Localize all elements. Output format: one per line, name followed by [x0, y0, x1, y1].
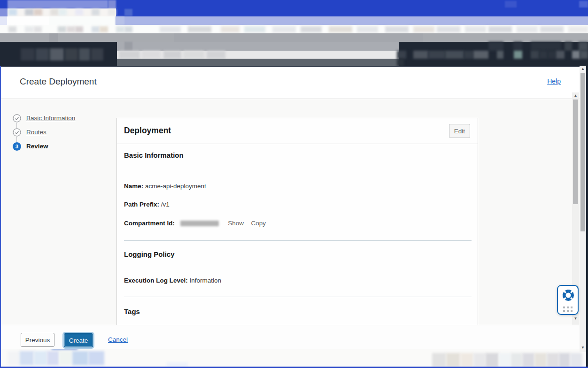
lifebuoy-icon [561, 288, 575, 302]
dialog-left-accent-edge [0, 66, 1, 367]
support-widget-button[interactable] [557, 285, 579, 315]
page-title: Create Deployment [20, 77, 97, 87]
drag-dots-icon [563, 307, 573, 312]
blurred-taskbar [0, 349, 588, 367]
step-connector [16, 123, 17, 128]
blurred-browser-chrome [0, 0, 588, 66]
previous-button[interactable]: Previous [21, 333, 54, 347]
dialog-header: Create Deployment Help [0, 66, 580, 99]
edit-button[interactable]: Edit [449, 124, 470, 138]
current-step-badge: 3 [13, 142, 21, 151]
panel-title: Deployment [124, 126, 171, 136]
field-path-prefix: Path Prefix: /v1 [124, 201, 170, 208]
copy-link[interactable]: Copy [251, 220, 266, 227]
page-scrollbar[interactable]: ▲ ▼ [580, 66, 586, 352]
panel-header: Deployment Edit [117, 118, 478, 144]
sidebar-item-basic-information[interactable]: Basic Information [26, 115, 75, 122]
scroll-down-icon[interactable]: ▼ [572, 316, 579, 321]
dialog-body: Basic Information Routes 3 Review Deploy… [0, 99, 580, 325]
check-icon [13, 128, 21, 137]
review-panel: Deployment Edit Basic Information Name: … [116, 118, 478, 325]
scrollbar-thumb[interactable] [580, 73, 585, 231]
field-execution-log-level: Execution Log Level: Information [124, 277, 221, 284]
section-heading: Logging Policy [124, 250, 175, 258]
step-connector [16, 137, 17, 142]
scrollbar-thumb[interactable] [573, 100, 578, 204]
section-heading: Basic Information [124, 151, 184, 159]
create-button[interactable]: Create [64, 333, 93, 347]
cancel-link[interactable]: Cancel [108, 336, 128, 343]
field-compartment-id: Compartment Id: Show Copy [124, 220, 266, 227]
scroll-up-icon[interactable]: ▲ [572, 93, 579, 98]
show-link[interactable]: Show [228, 220, 244, 227]
scroll-up-icon[interactable]: ▲ [580, 67, 586, 71]
redacted-value [180, 221, 219, 226]
section-divider [124, 297, 472, 297]
scroll-down-icon[interactable]: ▼ [580, 345, 586, 350]
window-right-edge [586, 66, 588, 367]
field-name: Name: acme-api-deployment [124, 183, 206, 190]
help-link[interactable]: Help [547, 77, 561, 85]
section-divider [124, 240, 472, 241]
sidebar-item-routes[interactable]: Routes [26, 129, 46, 136]
section-heading: Tags [124, 307, 140, 315]
check-icon [13, 114, 21, 123]
dialog-footer: Previous Create Cancel [0, 325, 580, 349]
sidebar-item-review: Review [26, 143, 48, 150]
